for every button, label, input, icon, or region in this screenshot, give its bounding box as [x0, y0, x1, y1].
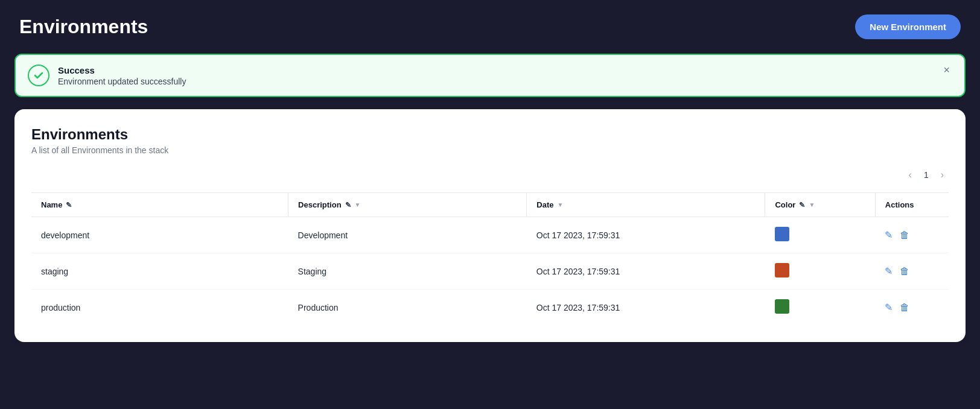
edit-button-2[interactable]: ✎	[885, 302, 892, 313]
new-environment-button[interactable]: New Environment	[855, 14, 961, 39]
desc-edit-icon: ✎	[345, 201, 351, 209]
date-sort-icon[interactable]: ▼	[557, 201, 563, 208]
name-edit-icon: ✎	[66, 201, 72, 209]
cell-date-1: Oct 17 2023, 17:59:31	[527, 253, 765, 290]
pagination: ‹ 1 ›	[31, 167, 949, 183]
prev-page-button[interactable]: ‹	[904, 167, 917, 183]
success-title: Success	[58, 65, 186, 75]
table-card-subtitle: A list of all Environments in the stack	[31, 145, 949, 155]
close-banner-button[interactable]: ×	[941, 65, 952, 75]
col-header-color: Color ✎ ▼	[765, 193, 875, 217]
success-message: Environment updated successfully	[58, 77, 186, 86]
cell-date-0: Oct 17 2023, 17:59:31	[527, 217, 765, 253]
cell-color-2	[765, 290, 875, 326]
delete-button-1[interactable]: 🗑	[900, 266, 909, 277]
cell-actions-1: ✎ 🗑	[875, 253, 949, 290]
color-swatch-2	[775, 299, 789, 314]
table-row: staging Staging Oct 17 2023, 17:59:31 ✎ …	[31, 253, 949, 290]
cell-desc-1: Staging	[288, 253, 527, 290]
table-card-title: Environments	[31, 126, 949, 143]
col-header-description: Description ✎ ▼	[288, 193, 527, 217]
color-sort-icon[interactable]: ▼	[809, 201, 815, 208]
page-title: Environments	[19, 16, 148, 38]
edit-button-1[interactable]: ✎	[885, 265, 892, 277]
cell-actions-2: ✎ 🗑	[875, 290, 949, 326]
success-text: Success Environment updated successfully	[58, 65, 186, 86]
cell-desc-2: Production	[288, 290, 527, 326]
col-header-date: Date ▼	[527, 193, 765, 217]
cell-date-2: Oct 17 2023, 17:59:31	[527, 290, 765, 326]
color-swatch-0	[775, 227, 789, 241]
delete-button-2[interactable]: 🗑	[900, 302, 909, 313]
next-page-button[interactable]: ›	[936, 167, 949, 183]
table-row: development Development Oct 17 2023, 17:…	[31, 217, 949, 253]
environments-table: Name ✎ Description ✎ ▼ Date	[31, 192, 949, 325]
table-row: production Production Oct 17 2023, 17:59…	[31, 290, 949, 326]
table-card: Environments A list of all Environments …	[14, 109, 966, 342]
success-banner-left: Success Environment updated successfully	[28, 65, 186, 86]
col-header-name: Name ✎	[31, 193, 288, 217]
success-icon	[28, 65, 49, 86]
success-banner: Success Environment updated successfully…	[14, 54, 966, 97]
table-header-row: Name ✎ Description ✎ ▼ Date	[31, 193, 949, 217]
cell-desc-0: Development	[288, 217, 527, 253]
delete-button-0[interactable]: 🗑	[900, 230, 909, 241]
edit-button-0[interactable]: ✎	[885, 229, 892, 241]
cell-name-2: production	[31, 290, 288, 326]
cell-name-1: staging	[31, 253, 288, 290]
col-header-actions: Actions	[875, 193, 949, 217]
color-edit-icon: ✎	[799, 201, 805, 209]
cell-actions-0: ✎ 🗑	[875, 217, 949, 253]
page-number: 1	[924, 170, 929, 180]
page-header: Environments New Environment	[0, 0, 980, 54]
page-content: Success Environment updated successfully…	[0, 54, 980, 357]
cell-color-0	[765, 217, 875, 253]
cell-name-0: development	[31, 217, 288, 253]
cell-color-1	[765, 253, 875, 290]
color-swatch-1	[775, 263, 789, 277]
desc-sort-icon[interactable]: ▼	[355, 201, 361, 208]
